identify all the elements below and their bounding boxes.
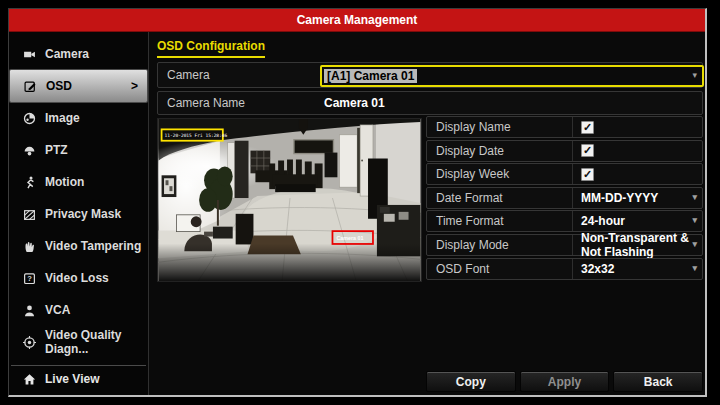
image-icon [23,112,36,125]
checkmark-icon: ✓ [583,169,592,180]
tab-osd-configuration[interactable]: OSD Configuration [157,39,265,58]
osd-datetime-overlay: 11-20-2015 Fri 15:28:46 [162,129,228,140]
chevron-down-icon: ▾ [692,193,697,202]
copy-button[interactable]: Copy [426,371,516,392]
camera-preview-image: 11-20-2015 Fri 15:28:46 Camera 01 [158,119,421,281]
svg-text:11-20-2015 Fri 15:28:46: 11-20-2015 Fri 15:28:46 [165,133,228,138]
time-format-row: Time Format 24-hour▾ [426,210,703,232]
camera-select[interactable]: [A1] Camera 01 ▾ [320,65,704,87]
time-format-select[interactable]: 24-hour▾ [573,211,702,231]
display-mode-select[interactable]: Non-Transparent & Not Flashing▾ [573,235,702,255]
sidebar-item-privacy-mask[interactable]: Privacy Mask [9,198,148,230]
chevron-right-icon: > [131,79,138,93]
back-button[interactable]: Back [613,371,703,392]
display-week-checkbox[interactable]: ✓ [581,168,594,181]
sidebar-item-ptz[interactable]: PTZ [9,134,148,166]
sidebar-item-osd[interactable]: OSD > [10,70,147,102]
camera-select-row: Camera [A1] Camera 01 ▾ [157,62,703,88]
display-date-row: Display Date ✓ [426,140,703,162]
apply-button[interactable]: Apply [520,371,610,392]
svg-text:?: ? [27,274,32,283]
sidebar-item-video-quality[interactable]: Video Quality Diagn... [9,326,148,358]
osd-settings-panel: Display Name ✓ Display Date ✓ Display We… [426,116,703,281]
chevron-down-icon: ▾ [692,217,697,226]
sidebar-item-video-loss[interactable]: ? Video Loss [9,262,148,294]
display-week-row: Display Week ✓ [426,163,703,185]
svg-text:Camera 01: Camera 01 [336,235,363,241]
ptz-dome-icon [23,144,36,157]
display-name-row: Display Name ✓ [426,116,703,138]
video-loss-icon: ? [23,272,36,285]
camera-select-value: [A1] Camera 01 [324,69,417,83]
display-name-checkbox[interactable]: ✓ [581,121,594,134]
camera-name-label: Camera Name [158,96,245,110]
camera-label: Camera [158,68,210,82]
home-icon [23,373,36,386]
sidebar-item-motion[interactable]: Motion [9,166,148,198]
osd-font-select[interactable]: 32x32▾ [573,259,702,279]
camera-management-window: Camera Management Camera OSD > Image PTZ [8,8,707,397]
display-mode-row: Display Mode Non-Transparent & Not Flash… [426,234,703,256]
osd-font-row: OSD Font 32x32▾ [426,258,703,280]
checkmark-icon: ✓ [583,122,592,133]
camera-name-row: Camera Name Camera 01 [157,91,703,115]
camera-name-field[interactable]: Camera 01 [324,96,385,110]
target-icon [23,336,36,349]
camera-icon [23,48,36,61]
camera-preview: 11-20-2015 Fri 15:28:46 Camera 01 [157,118,422,282]
button-bar: Copy Apply Back [426,371,703,392]
motion-icon [23,176,36,189]
sidebar-item-camera[interactable]: Camera [9,38,148,70]
window-title: Camera Management [9,9,705,32]
sidebar-item-image[interactable]: Image [9,102,148,134]
date-format-row: Date Format MM-DD-YYYY▾ [426,187,703,209]
display-date-checkbox[interactable]: ✓ [581,144,594,157]
checkmark-icon: ✓ [583,145,592,156]
privacy-mask-icon [23,208,36,221]
main-content: OSD Configuration Camera [A1] Camera 01 … [150,32,705,395]
chevron-down-icon: ▾ [692,240,697,249]
sidebar-item-video-tampering[interactable]: Video Tampering [9,230,148,262]
chevron-down-icon: ▾ [692,264,697,273]
date-format-select[interactable]: MM-DD-YYYY▾ [573,188,702,208]
chevron-down-icon[interactable]: ▾ [692,71,697,80]
hand-icon [23,240,36,253]
window-title-text: Camera Management [297,13,418,27]
sidebar: Camera OSD > Image PTZ Motion Privacy [9,32,149,395]
person-icon [23,304,36,317]
sidebar-item-vca[interactable]: VCA [9,294,148,326]
osd-edit-icon [24,80,37,93]
sidebar-item-live-view[interactable]: Live View [11,365,146,392]
